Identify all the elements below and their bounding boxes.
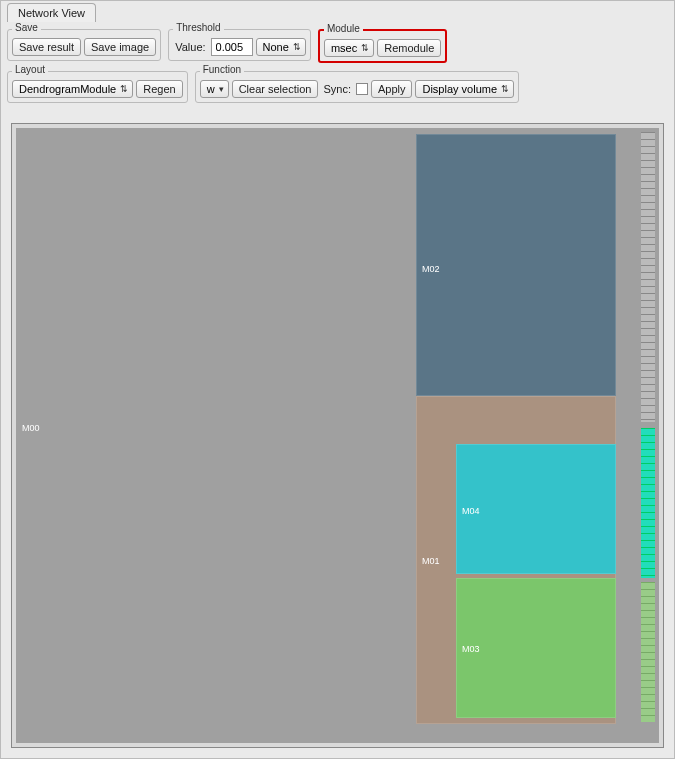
sync-label: Sync: <box>321 83 353 95</box>
index-strip-bottom <box>641 582 655 722</box>
group-threshold-label: Threshold <box>173 22 223 33</box>
sync-checkbox[interactable] <box>356 83 368 95</box>
app-window: Network View Save Save result Save image… <box>0 0 675 759</box>
display-select[interactable]: Display volume ⇅ <box>415 80 514 98</box>
save-result-button[interactable]: Save result <box>12 38 81 56</box>
index-strip-mid <box>641 428 655 578</box>
node-M02[interactable]: M02 <box>416 134 616 396</box>
group-save-label: Save <box>12 22 41 33</box>
node-label-M04: M04 <box>462 506 480 516</box>
tab-network-view[interactable]: Network View <box>7 3 96 22</box>
treemap-canvas[interactable]: M00 M02 M01 M04 M03 <box>11 123 664 748</box>
layout-algo-value: DendrogramModule <box>19 83 116 95</box>
node-label-M00: M00 <box>22 423 40 433</box>
module-unit-value: msec <box>331 42 357 54</box>
function-mode-select[interactable]: w ▾ <box>200 80 229 98</box>
threshold-mode-value: None <box>263 41 289 53</box>
chevron-updown-icon: ⇅ <box>120 85 128 94</box>
node-label-M02: M02 <box>422 264 440 274</box>
layout-algo-select[interactable]: DendrogramModule ⇅ <box>12 80 133 98</box>
group-module-label: Module <box>324 23 363 34</box>
threshold-value-input[interactable] <box>211 38 253 56</box>
display-value: Display volume <box>422 83 497 95</box>
node-M03[interactable]: M03 <box>456 578 616 718</box>
group-save: Save Save result Save image <box>7 29 161 61</box>
index-strip-top <box>641 132 655 422</box>
clear-selection-button[interactable]: Clear selection <box>232 80 319 98</box>
remodule-button[interactable]: Remodule <box>377 39 441 57</box>
apply-button[interactable]: Apply <box>371 80 413 98</box>
group-layout: Layout DendrogramModule ⇅ Regen <box>7 71 188 103</box>
chevron-updown-icon: ⇅ <box>501 85 509 94</box>
group-module: Module msec ⇅ Remodule <box>318 29 447 63</box>
group-threshold: Threshold Value: None ⇅ <box>168 29 311 61</box>
treemap-root: M00 M02 M01 M04 M03 <box>16 128 659 743</box>
node-M04[interactable]: M04 <box>456 444 616 574</box>
tab-label: Network View <box>18 7 85 19</box>
save-image-button[interactable]: Save image <box>84 38 156 56</box>
group-function-label: Function <box>200 64 244 75</box>
chevron-updown-icon: ⇅ <box>293 43 301 52</box>
toolbar: Save Save result Save image Threshold Va… <box>7 23 668 109</box>
module-unit-select[interactable]: msec ⇅ <box>324 39 374 57</box>
chevron-down-icon: ▾ <box>219 85 224 94</box>
function-mode-value: w <box>207 83 215 95</box>
threshold-mode-select[interactable]: None ⇅ <box>256 38 306 56</box>
toolbar-row-1: Save Save result Save image Threshold Va… <box>7 27 668 67</box>
toolbar-row-2: Layout DendrogramModule ⇅ Regen Function… <box>7 69 668 107</box>
threshold-value-label: Value: <box>173 41 207 53</box>
node-label-M01: M01 <box>422 556 440 566</box>
node-label-M03: M03 <box>462 644 480 654</box>
group-layout-label: Layout <box>12 64 48 75</box>
regen-button[interactable]: Regen <box>136 80 182 98</box>
group-function: Function w ▾ Clear selection Sync: Apply… <box>195 71 519 103</box>
chevron-updown-icon: ⇅ <box>361 44 369 53</box>
